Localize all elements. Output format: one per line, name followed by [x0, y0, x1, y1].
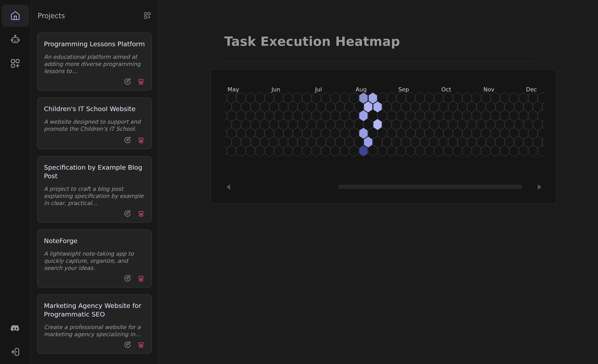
heatmap-empty-cell	[538, 92, 545, 104]
heatmap-empty-cell	[538, 110, 545, 122]
edit-project-button[interactable]	[124, 78, 132, 86]
heatmap-empty-cell	[538, 145, 545, 157]
trash-icon	[137, 341, 145, 349]
heatmap-empty-cell	[225, 136, 232, 148]
project-card-description: A website designed to support and promot…	[44, 118, 145, 132]
heatmap-scrollbar-thumb[interactable]	[338, 185, 522, 189]
project-card-description: A lightweight note-taking app to quickly…	[44, 250, 145, 272]
heatmap-panel: MayJunJulAugSepOctNovDec	[210, 69, 557, 204]
home-icon	[10, 10, 20, 21]
heatmap-cell[interactable]	[373, 101, 382, 113]
logout-button[interactable]	[1, 346, 29, 358]
projects-title: Projects	[38, 12, 65, 20]
robot-icon	[10, 34, 20, 45]
discord-icon	[10, 323, 20, 334]
chevron-right-icon	[537, 184, 542, 190]
edit-project-button[interactable]	[124, 136, 132, 144]
heatmap-empty-cell	[225, 119, 232, 130]
projects-list: Programming Lessons Platform An educatio…	[37, 33, 152, 354]
trash-icon	[137, 274, 145, 282]
delete-project-button[interactable]	[137, 274, 145, 282]
delete-project-button[interactable]	[137, 341, 145, 349]
page-title: Task Execution Heatmap	[224, 33, 400, 50]
discord-button[interactable]	[1, 323, 29, 334]
heatmap-empty-cell	[225, 101, 232, 113]
grid-plus-icon	[10, 58, 20, 69]
heatmap-empty-cell	[543, 119, 545, 130]
project-card-actions	[44, 75, 145, 86]
heatmap-empty-cell	[543, 136, 545, 148]
trash-icon	[137, 210, 145, 218]
projects-panel: Projects Programming Lessons Platform An…	[31, 0, 158, 364]
app-root: Projects Programming Lessons Platform An…	[0, 0, 598, 364]
sidebar-bottom-group	[1, 323, 29, 358]
chevron-left-icon	[226, 184, 231, 190]
edit-icon	[124, 210, 132, 218]
heatmap-empty-cell	[538, 127, 545, 139]
heatmap-grid	[225, 92, 545, 157]
edit-project-button[interactable]	[124, 341, 132, 349]
add-project-button[interactable]	[143, 11, 151, 20]
icon-sidebar	[0, 0, 31, 364]
logout-icon	[10, 347, 20, 357]
projects-header: Projects	[38, 11, 151, 20]
project-card-title: Programming Lessons Platform	[44, 40, 145, 48]
project-card-title: Marketing Agency Website for Programmati…	[44, 301, 145, 319]
project-card[interactable]: Specification by Example Blog Post A pro…	[37, 156, 152, 223]
project-card[interactable]: Marketing Agency Website for Programmati…	[37, 294, 152, 354]
nav-assistant-button[interactable]	[1, 28, 29, 51]
delete-project-button[interactable]	[137, 78, 145, 86]
project-card-actions	[44, 338, 145, 349]
project-card[interactable]: Children's IT School Website A website d…	[37, 98, 152, 149]
scroll-left-button[interactable]	[226, 184, 231, 190]
edit-project-button[interactable]	[124, 210, 132, 218]
nav-home-button[interactable]	[1, 5, 29, 27]
project-card-description: A project to craft a blog post explainin…	[44, 185, 145, 207]
project-card-actions	[44, 272, 145, 282]
trash-icon	[137, 78, 145, 86]
project-card-description: An educational platform aimed at adding …	[44, 53, 145, 75]
project-card-actions	[44, 133, 145, 144]
edit-icon	[124, 341, 132, 349]
project-card[interactable]: NoteForge A lightweight note-taking app …	[37, 230, 152, 287]
nav-projects-button[interactable]	[1, 52, 29, 74]
sidebar-top-group	[1, 5, 29, 74]
project-card-description: Create a professional website for a mark…	[44, 324, 145, 338]
edit-icon	[124, 78, 132, 86]
delete-project-button[interactable]	[137, 136, 145, 144]
delete-project-button[interactable]	[137, 210, 145, 218]
edit-icon	[124, 136, 132, 144]
scroll-right-button[interactable]	[537, 184, 542, 190]
title-divider	[223, 61, 534, 62]
heatmap-cell[interactable]	[373, 119, 382, 130]
grid-plus-icon	[143, 11, 151, 19]
project-card-title: NoteForge	[44, 237, 145, 245]
project-card[interactable]: Programming Lessons Platform An educatio…	[37, 33, 152, 91]
project-card-actions	[44, 207, 145, 218]
heatmap-empty-cell	[225, 145, 227, 157]
edit-project-button[interactable]	[124, 274, 132, 282]
trash-icon	[137, 136, 145, 144]
project-card-title: Specification by Example Blog Post	[44, 163, 145, 180]
project-card-title: Children's IT School Website	[44, 105, 145, 113]
heatmap-empty-cell	[543, 101, 545, 113]
main-content: Task Execution Heatmap MayJunJulAugSepOc…	[158, 0, 598, 364]
heatmap-cell[interactable]	[359, 110, 368, 122]
edit-icon	[124, 274, 132, 282]
heatmap-cell[interactable]	[359, 145, 368, 157]
